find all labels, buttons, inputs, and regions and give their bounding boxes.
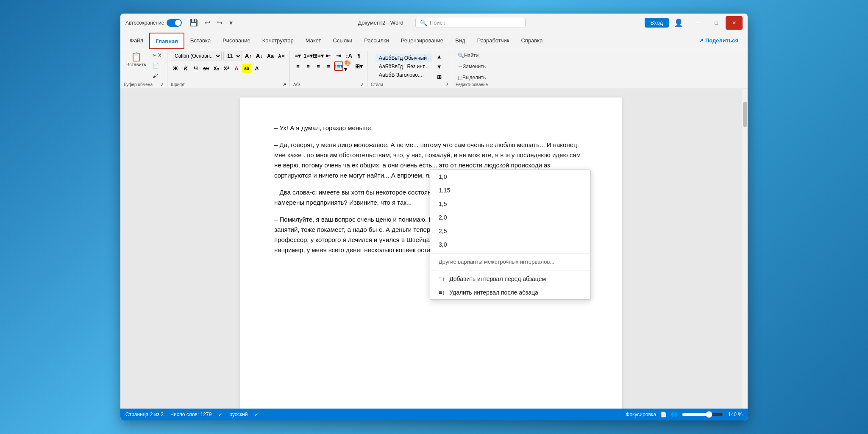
spacing-2-5[interactable]: 2,5	[430, 224, 590, 238]
font-color-button[interactable]: А	[232, 64, 241, 73]
ribbon-body: 📋 Вставить ✂ X 📄 🖌 Буфер обмена ↗	[120, 49, 748, 89]
highlight-button[interactable]: ab	[242, 64, 251, 73]
clear-format-button[interactable]: A✕	[277, 51, 286, 61]
view-icon-print[interactable]: 📄	[660, 412, 667, 417]
search-input[interactable]	[430, 19, 515, 26]
subscript-button[interactable]: X₂	[211, 64, 221, 73]
minimize-button[interactable]: —	[690, 16, 707, 30]
font-name-select[interactable]: Calibri (Основн...	[171, 51, 222, 61]
underline-button[interactable]: Ч	[191, 64, 200, 73]
editing-label-row: Редактирование	[456, 82, 488, 87]
tab-developer[interactable]: Разработчик	[471, 32, 515, 49]
styles-label-row: Стили ↗	[371, 82, 448, 87]
editing-group: 🔍 Найти ↔ Заменить ⬚ Выделить Редактиров…	[452, 51, 491, 87]
remove-after-icon: ≡↓	[439, 289, 445, 296]
strikethrough-button[interactable]: зч	[201, 64, 211, 73]
search-bar[interactable]: 🔍	[415, 18, 526, 28]
align-right-button[interactable]: ≡	[314, 61, 323, 71]
cut-button[interactable]: ✂ X	[150, 51, 164, 60]
style-heading[interactable]: АаБбВ Заголово...	[376, 71, 432, 79]
spacing-2-0[interactable]: 2,0	[430, 211, 590, 224]
styles-panel: АаБбВвГд Обычный АаБбВвГд ! Без инт... А…	[376, 54, 432, 79]
align-left-button[interactable]: ≡	[293, 61, 303, 71]
zoom-slider[interactable]	[682, 411, 724, 418]
superscript-button[interactable]: X²	[222, 64, 231, 73]
style-normal[interactable]: АаБбВвГд Обычный	[376, 54, 432, 62]
numbering-button[interactable]: 1≡▾	[303, 51, 313, 60]
spacing-1-0[interactable]: 1,0	[430, 170, 590, 184]
bold-button[interactable]: Ж	[171, 64, 180, 73]
font-group: Calibri (Основн... 11 A↑ A↓ Aa A✕ Ж К Ч	[167, 51, 290, 87]
account-icon[interactable]: 👤	[671, 17, 686, 28]
align-center-button[interactable]: ≡	[303, 61, 313, 71]
spacing-1-5[interactable]: 1,5	[430, 197, 590, 211]
other-spacing-option[interactable]: Другие варианты межстрочных интервалов..…	[430, 255, 590, 268]
find-button[interactable]: 🔍 Найти	[456, 51, 481, 60]
title-bar-icons: 💾 ↩ ↪ ▾	[188, 18, 234, 28]
more-icon[interactable]: ▾	[228, 18, 234, 28]
paragraph-expand-icon[interactable]: ↗	[360, 82, 364, 87]
title-bar: Автосохранение 💾 ↩ ↪ ▾ Документ2 - Word …	[120, 14, 748, 32]
tab-view[interactable]: Вид	[449, 32, 471, 49]
undo-icon[interactable]: ↩	[203, 18, 212, 28]
styles-expand-icon[interactable]: ↗	[445, 82, 448, 87]
tab-home[interactable]: Главная	[149, 33, 184, 49]
tab-review[interactable]: Рецензирование	[395, 32, 449, 49]
increase-indent-button[interactable]: ⇥	[334, 51, 343, 60]
styles-scroll-up[interactable]: ▲	[434, 52, 444, 61]
format-painter-button[interactable]: 🖌	[150, 71, 164, 81]
tab-layout[interactable]: Макет	[300, 32, 327, 49]
view-icon-web[interactable]: 🌐	[671, 412, 677, 417]
decrease-indent-button[interactable]: ⇤	[324, 51, 333, 60]
save-icon[interactable]: 💾	[188, 18, 200, 28]
tab-share[interactable]: ↗ Поделиться	[693, 32, 744, 49]
justify-button[interactable]: ≡	[324, 61, 333, 71]
scroll-thumb[interactable]	[743, 102, 747, 127]
track-changes-icon: ✓	[218, 412, 223, 417]
focus-mode-label[interactable]: Фокусировка	[626, 412, 656, 417]
add-before-option[interactable]: ≡↑ Добавить интервал перед абзацем	[430, 272, 590, 286]
clipboard-label: Буфер обмена	[124, 82, 153, 87]
tab-insert[interactable]: Вставка	[184, 32, 217, 49]
page-count: Страница 2 из 3	[125, 412, 164, 417]
shading-para-button[interactable]: 🎨▾	[344, 61, 353, 71]
tab-mailings[interactable]: Рассылки	[358, 32, 395, 49]
tab-design[interactable]: Конструктор	[256, 32, 300, 49]
share-icon: ↗	[699, 37, 704, 44]
spacing-1-15[interactable]: 1,15	[430, 184, 590, 197]
vertical-scrollbar[interactable]	[742, 89, 748, 409]
clipboard-expand-icon[interactable]: ↗	[160, 82, 164, 87]
font-size-select[interactable]: 11	[223, 51, 242, 61]
case-button[interactable]: Aa	[266, 51, 275, 61]
maximize-button[interactable]: □	[708, 16, 725, 30]
styles-more[interactable]: ⊞	[434, 72, 444, 81]
italic-button[interactable]: К	[181, 64, 190, 73]
redo-icon[interactable]: ↪	[215, 18, 224, 28]
grow-font-button[interactable]: A↑	[244, 51, 253, 61]
style-no-spacing[interactable]: АаБбВвГд ! Без инт...	[376, 63, 432, 70]
borders-button[interactable]: ⊞▾	[354, 61, 364, 71]
bullets-button[interactable]: ≡▾	[293, 51, 303, 60]
select-button[interactable]: ⬚ Выделить	[456, 73, 488, 82]
show-marks-button[interactable]: ¶	[354, 51, 364, 60]
sort-button[interactable]: ↕A	[344, 51, 353, 60]
word-window: Автосохранение 💾 ↩ ↪ ▾ Документ2 - Word …	[120, 14, 748, 420]
replace-button[interactable]: ↔ Заменить	[456, 62, 488, 71]
tab-draw[interactable]: Рисование	[217, 32, 256, 49]
line-spacing-button[interactable]: ↕≡▾	[334, 61, 343, 71]
tab-references[interactable]: Ссылки	[327, 32, 359, 49]
remove-after-option[interactable]: ≡↓ Удалить интервал после абзаца	[430, 286, 590, 299]
tab-file[interactable]: Файл	[124, 32, 149, 49]
autosave-toggle[interactable]	[167, 19, 182, 27]
login-button[interactable]: Вход	[645, 18, 669, 28]
multilevel-button[interactable]: ⊞≡▾	[314, 51, 323, 60]
styles-scroll-down[interactable]: ▼	[434, 62, 444, 71]
copy-button[interactable]: 📄	[150, 61, 164, 70]
tab-help[interactable]: Справка	[515, 32, 548, 49]
paste-button[interactable]: 📋 Вставить	[124, 51, 149, 69]
font-expand-icon[interactable]: ↗	[283, 82, 286, 87]
shrink-font-button[interactable]: A↓	[255, 51, 264, 61]
shading-button[interactable]: A	[252, 64, 262, 73]
close-button[interactable]: ✕	[726, 16, 743, 30]
spacing-3-0[interactable]: 3,0	[430, 238, 590, 251]
